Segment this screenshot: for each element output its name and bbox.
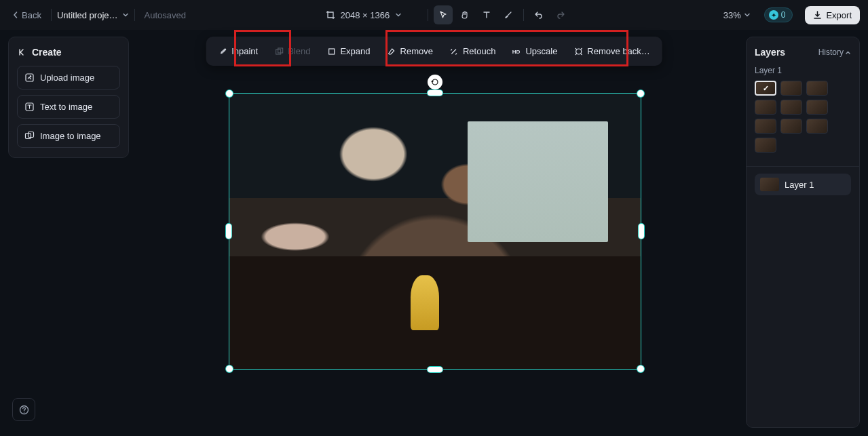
- resize-handle-b[interactable]: [428, 367, 442, 372]
- create-panel: Create Upload image Text to image Image …: [8, 37, 129, 158]
- image-to-image-icon: [24, 131, 35, 141]
- variation-thumb[interactable]: [806, 81, 828, 96]
- chevron-down-icon: [395, 12, 402, 18]
- variation-thumb[interactable]: [755, 138, 776, 153]
- zoom-value: 33%: [723, 10, 741, 20]
- brush-tool[interactable]: [499, 5, 518, 24]
- divider: [51, 9, 52, 21]
- export-button[interactable]: Export: [805, 6, 860, 24]
- canvas-image[interactable]: [229, 94, 641, 369]
- chevron-down-icon: [744, 12, 751, 18]
- remove-background-button[interactable]: Remove back…: [567, 41, 656, 62]
- retouch-button[interactable]: Retouch: [442, 41, 502, 62]
- hd-icon: HD: [512, 47, 521, 55]
- history-toggle[interactable]: History: [818, 47, 851, 57]
- project-title-text: Untitled proje…: [57, 10, 118, 20]
- variation-thumb[interactable]: [755, 81, 776, 96]
- cursor-icon: [438, 10, 448, 20]
- resize-handle-tl[interactable]: [226, 90, 233, 97]
- credits-badge[interactable]: ✦ 0: [764, 7, 793, 22]
- inpaint-button[interactable]: Inpaint: [211, 41, 265, 62]
- select-tool[interactable]: [434, 5, 453, 24]
- layer-row[interactable]: Layer 1: [755, 174, 851, 195]
- remove-bg-icon: [573, 47, 583, 56]
- hand-tool[interactable]: [455, 5, 474, 24]
- resize-handle-bl[interactable]: [226, 365, 233, 372]
- remove-button[interactable]: Remove: [380, 41, 440, 62]
- blend-icon: [274, 47, 284, 56]
- chevron-down-icon: [122, 12, 129, 18]
- canvas-selection[interactable]: [229, 93, 641, 370]
- create-title: Create: [32, 47, 62, 58]
- text-to-image-button[interactable]: Text to image: [17, 95, 120, 119]
- text-tool[interactable]: [477, 5, 496, 24]
- crop-icon: [326, 10, 335, 20]
- variation-thumb[interactable]: [780, 119, 802, 134]
- zoom-control[interactable]: 33%: [723, 10, 751, 20]
- upload-icon: [24, 73, 35, 83]
- undo-button[interactable]: [529, 5, 548, 24]
- svg-rect-6: [328, 49, 334, 54]
- dimensions-control[interactable]: 2048 × 1366: [326, 10, 402, 20]
- export-label: Export: [826, 10, 852, 20]
- download-icon: [813, 11, 822, 20]
- expand-icon: [326, 47, 336, 56]
- resize-handle-l[interactable]: [226, 224, 231, 239]
- rotate-handle[interactable]: [428, 75, 442, 90]
- text-icon: [482, 10, 491, 20]
- hand-icon: [460, 10, 470, 20]
- divider: [523, 9, 524, 21]
- text-to-image-icon: [24, 102, 35, 112]
- svg-point-8: [575, 49, 581, 54]
- help-icon: [19, 405, 29, 415]
- variation-thumb[interactable]: [755, 100, 776, 115]
- inpaint-icon: [218, 47, 227, 56]
- redo-icon: [556, 10, 565, 20]
- layer-group-label: Layer 1: [755, 66, 851, 75]
- retouch-label: Retouch: [463, 46, 495, 56]
- expand-label: Expand: [340, 46, 370, 56]
- variation-thumb[interactable]: [806, 119, 828, 134]
- chevron-left-icon: [12, 12, 19, 18]
- dimensions-text: 2048 × 1366: [341, 10, 390, 20]
- image-to-image-button[interactable]: Image to image: [17, 124, 120, 148]
- divider: [747, 166, 859, 167]
- project-title[interactable]: Untitled proje…: [57, 10, 129, 20]
- blend-button: Blend: [267, 41, 317, 62]
- credits-value: 0: [781, 10, 786, 20]
- back-button[interactable]: Back: [8, 7, 45, 23]
- create-header: Create: [17, 47, 120, 58]
- text-to-image-label: Text to image: [40, 102, 92, 112]
- resize-handle-tr[interactable]: [637, 90, 644, 97]
- divider: [134, 9, 135, 21]
- layers-panel: Layers History Layer 1 Layer 1: [746, 37, 860, 428]
- variation-thumb[interactable]: [780, 81, 802, 96]
- back-label: Back: [22, 10, 41, 20]
- resize-handle-br[interactable]: [637, 365, 644, 372]
- resize-handle-r[interactable]: [639, 224, 644, 239]
- retouch-icon: [449, 47, 459, 56]
- upscale-button[interactable]: HD Upscale: [505, 41, 564, 62]
- upload-image-button[interactable]: Upload image: [17, 66, 120, 90]
- credits-icon: ✦: [769, 10, 778, 20]
- brush-icon: [504, 10, 513, 20]
- undo-icon: [534, 10, 544, 20]
- help-button[interactable]: [12, 398, 35, 421]
- layers-title: Layers: [755, 47, 785, 58]
- variation-thumb[interactable]: [755, 119, 776, 134]
- rotate-icon: [431, 78, 439, 86]
- resize-handle-t[interactable]: [428, 90, 442, 96]
- remove-bg-label: Remove back…: [587, 46, 649, 56]
- layer-thumbnail: [760, 178, 779, 191]
- context-toolbar: Inpaint Blend Expand Remove Retouch HD U…: [206, 37, 662, 66]
- chevron-up-icon: [845, 49, 851, 56]
- history-label: History: [818, 47, 844, 57]
- variation-thumb[interactable]: [780, 100, 802, 115]
- redo-button[interactable]: [551, 5, 570, 24]
- variation-thumbnails: [755, 81, 851, 153]
- collapse-icon[interactable]: [17, 47, 26, 57]
- canvas-tool-group: [434, 5, 518, 24]
- variation-thumb[interactable]: [806, 100, 828, 115]
- expand-button[interactable]: Expand: [320, 41, 377, 62]
- remove-label: Remove: [400, 46, 433, 56]
